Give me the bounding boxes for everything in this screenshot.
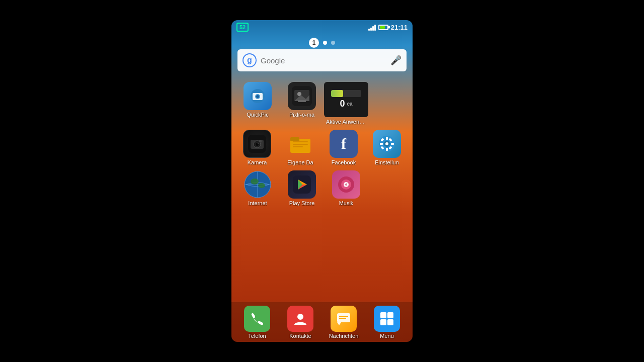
svg-rect-17 <box>290 137 299 141</box>
nachrichten-label: Nachrichten <box>329 333 359 339</box>
pixlr-label: Pixlr-o-ma <box>289 112 314 118</box>
menu-icon <box>374 306 400 332</box>
facebook-icon: f <box>330 130 358 158</box>
active-battery-bar <box>331 90 361 97</box>
svg-rect-26 <box>380 143 383 145</box>
active-battery-fill <box>331 90 343 97</box>
svg-rect-54 <box>380 312 386 318</box>
facebook-label: Facebook <box>332 159 356 165</box>
kamera-icon <box>243 130 271 158</box>
svg-point-37 <box>258 183 265 188</box>
svg-rect-20 <box>293 146 303 147</box>
internet-label: Internet <box>248 200 267 206</box>
nachrichten-icon <box>331 306 357 332</box>
bottom-dock: Telefon Kontakte Nachrichten <box>231 302 413 342</box>
app-einstellungen[interactable]: Einstellun <box>365 130 409 165</box>
svg-rect-18 <box>293 141 308 142</box>
page-indicator: 1 <box>231 38 413 48</box>
app-kamera[interactable]: Kamera <box>235 130 279 165</box>
search-bar[interactable]: g 🎤 <box>237 49 407 71</box>
kontakte-icon <box>287 306 313 332</box>
dock-nachrichten[interactable]: Nachrichten <box>324 306 363 339</box>
telefon-label: Telefon <box>248 333 266 339</box>
svg-rect-55 <box>387 312 393 318</box>
svg-rect-25 <box>386 148 388 151</box>
musik-label: Musik <box>339 200 354 206</box>
quickpic-icon <box>244 82 272 110</box>
apps-grid: QuickPic Pixlr-o-ma <box>231 78 413 302</box>
phone-screen: 52 21:11 1 g 🎤 <box>231 20 413 342</box>
menu-label: Menü <box>380 333 394 339</box>
einstellungen-icon <box>373 130 401 158</box>
page-dot-1 <box>323 41 327 45</box>
app-internet[interactable]: Internet <box>235 170 280 206</box>
active-apps-widget: 0 ea <box>324 82 368 117</box>
app-facebook[interactable]: f Facebook <box>322 130 365 165</box>
svg-rect-8 <box>298 100 306 102</box>
kamera-label: Kamera <box>248 159 267 165</box>
internet-icon <box>244 170 272 199</box>
signal-icon <box>368 24 376 31</box>
svg-marker-51 <box>337 322 341 325</box>
kontakte-label: Kontakte <box>289 333 311 339</box>
app-row-2: Kamera Eigene Da f <box>235 130 409 165</box>
svg-point-23 <box>385 142 388 145</box>
svg-rect-15 <box>259 140 262 142</box>
app-musik[interactable]: ♪ Musik <box>324 170 368 206</box>
dock-menu[interactable]: Menü <box>367 306 407 339</box>
status-left: 52 <box>236 23 249 32</box>
clock: 21:11 <box>391 24 408 31</box>
telefon-icon <box>244 306 270 332</box>
svg-rect-27 <box>391 143 394 145</box>
svg-rect-56 <box>380 319 386 325</box>
eigene-icon <box>286 130 314 158</box>
active-apps-label: Aktive Anwendungen <box>326 119 366 125</box>
dock-telefon[interactable]: Telefon <box>237 306 277 339</box>
playstore-label: Play Store <box>289 200 315 206</box>
pixlr-icon <box>288 82 316 110</box>
quickpic-label: QuickPic <box>247 112 268 118</box>
playstore-icon <box>288 170 316 199</box>
app-pixlr[interactable]: Pixlr-o-ma <box>280 82 324 125</box>
notification-badge: 52 <box>236 23 249 32</box>
status-bar: 52 21:11 <box>231 20 413 34</box>
notification-dot: 1 <box>309 38 319 48</box>
svg-point-49 <box>297 314 303 320</box>
search-input[interactable] <box>261 56 386 65</box>
app-playstore[interactable]: Play Store <box>280 170 324 206</box>
svg-text:♪: ♪ <box>344 180 347 188</box>
app-active-apps[interactable]: 0 ea Aktive Anwendungen <box>324 82 368 125</box>
dock-kontakte[interactable]: Kontakte <box>281 306 320 339</box>
svg-rect-24 <box>386 137 388 140</box>
google-logo: g <box>243 53 257 67</box>
active-count: 0 ea <box>340 99 352 109</box>
page-dot-2 <box>331 41 335 45</box>
svg-rect-57 <box>387 319 393 325</box>
svg-point-3 <box>256 95 259 98</box>
app-row-3: Internet Play Store <box>235 170 409 206</box>
battery-icon <box>378 25 388 30</box>
microphone-icon[interactable]: 🎤 <box>390 55 401 66</box>
status-right: 21:11 <box>368 24 408 31</box>
svg-point-36 <box>251 178 259 185</box>
eigene-label: Eigene Da <box>287 159 313 165</box>
app-quickpic[interactable]: QuickPic <box>235 82 280 125</box>
app-row-1: QuickPic Pixlr-o-ma <box>235 82 409 125</box>
musik-icon: ♪ <box>332 170 360 199</box>
svg-rect-19 <box>293 144 308 145</box>
einstellungen-label: Einstellun <box>375 159 399 165</box>
svg-point-14 <box>258 143 259 144</box>
app-eigene[interactable]: Eigene Da <box>279 130 322 165</box>
